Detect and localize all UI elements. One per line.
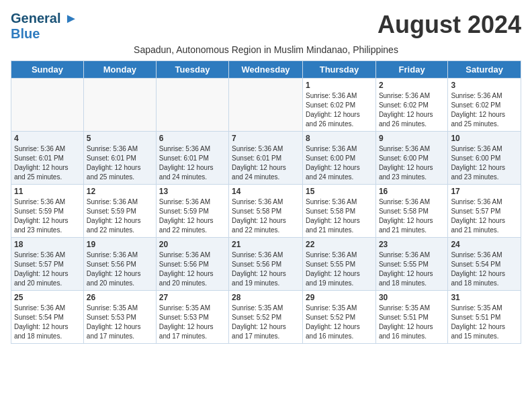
day-number: 16 [379, 187, 445, 196]
calendar-cell: 2Sunrise: 5:36 AM Sunset: 6:02 PM Daylig… [375, 79, 448, 132]
calendar-cell: 7Sunrise: 5:36 AM Sunset: 6:01 PM Daylig… [229, 132, 303, 185]
calendar-week-3: 11Sunrise: 5:36 AM Sunset: 5:59 PM Dayli… [11, 185, 521, 238]
day-info: Sunrise: 5:36 AM Sunset: 5:57 PM Dayligh… [14, 250, 81, 288]
calendar-cell: 8Sunrise: 5:36 AM Sunset: 6:00 PM Daylig… [303, 132, 376, 185]
day-info: Sunrise: 5:36 AM Sunset: 6:01 PM Dayligh… [159, 144, 226, 182]
day-info: Sunrise: 5:36 AM Sunset: 5:56 PM Dayligh… [159, 250, 226, 288]
day-number: 27 [159, 293, 226, 302]
calendar-cell: 25Sunrise: 5:36 AM Sunset: 5:54 PM Dayli… [11, 291, 84, 344]
calendar-week-5: 25Sunrise: 5:36 AM Sunset: 5:54 PM Dayli… [11, 291, 521, 344]
day-number: 8 [306, 134, 373, 143]
calendar-cell: 10Sunrise: 5:36 AM Sunset: 6:00 PM Dayli… [448, 132, 521, 185]
day-number: 24 [451, 240, 518, 249]
day-info: Sunrise: 5:36 AM Sunset: 5:55 PM Dayligh… [306, 250, 373, 288]
page: General ► Blue August 2024 Sapadun, Auto… [0, 0, 532, 355]
calendar: Sunday Monday Tuesday Wednesday Thursday… [11, 60, 521, 344]
day-info: Sunrise: 5:36 AM Sunset: 5:56 PM Dayligh… [87, 250, 153, 288]
calendar-cell [229, 79, 303, 132]
day-number: 3 [451, 81, 518, 90]
day-info: Sunrise: 5:36 AM Sunset: 5:54 PM Dayligh… [451, 250, 518, 288]
calendar-cell: 28Sunrise: 5:35 AM Sunset: 5:52 PM Dayli… [229, 291, 303, 344]
month-title: August 2024 [378, 11, 521, 39]
col-friday: Friday [375, 61, 448, 79]
day-info: Sunrise: 5:36 AM Sunset: 5:58 PM Dayligh… [306, 197, 373, 235]
calendar-cell: 4Sunrise: 5:36 AM Sunset: 6:01 PM Daylig… [11, 132, 84, 185]
day-info: Sunrise: 5:36 AM Sunset: 5:58 PM Dayligh… [379, 197, 445, 235]
calendar-cell: 18Sunrise: 5:36 AM Sunset: 5:57 PM Dayli… [11, 238, 84, 291]
day-info: Sunrise: 5:36 AM Sunset: 6:02 PM Dayligh… [306, 91, 373, 129]
day-number: 5 [87, 134, 153, 143]
calendar-cell: 30Sunrise: 5:35 AM Sunset: 5:51 PM Dayli… [375, 291, 448, 344]
day-number: 31 [451, 293, 518, 302]
day-info: Sunrise: 5:36 AM Sunset: 5:58 PM Dayligh… [232, 197, 300, 235]
col-sunday: Sunday [11, 61, 84, 79]
day-number: 29 [306, 293, 373, 302]
calendar-header-row: Sunday Monday Tuesday Wednesday Thursday… [11, 61, 521, 79]
calendar-cell: 6Sunrise: 5:36 AM Sunset: 6:01 PM Daylig… [156, 132, 228, 185]
day-info: Sunrise: 5:36 AM Sunset: 6:01 PM Dayligh… [87, 144, 153, 182]
logo-blue-text: Blue [11, 26, 40, 42]
header: General ► Blue August 2024 [11, 11, 521, 42]
col-saturday: Saturday [448, 61, 521, 79]
day-info: Sunrise: 5:36 AM Sunset: 6:00 PM Dayligh… [306, 144, 373, 182]
day-info: Sunrise: 5:36 AM Sunset: 5:59 PM Dayligh… [14, 197, 81, 235]
day-info: Sunrise: 5:35 AM Sunset: 5:51 PM Dayligh… [379, 304, 445, 341]
day-number: 17 [451, 187, 518, 196]
day-info: Sunrise: 5:36 AM Sunset: 5:56 PM Dayligh… [232, 250, 300, 288]
day-info: Sunrise: 5:35 AM Sunset: 5:52 PM Dayligh… [306, 304, 373, 341]
calendar-cell: 21Sunrise: 5:36 AM Sunset: 5:56 PM Dayli… [229, 238, 303, 291]
calendar-cell: 1Sunrise: 5:36 AM Sunset: 6:02 PM Daylig… [303, 79, 376, 132]
logo: General ► Blue [11, 11, 78, 42]
calendar-cell: 16Sunrise: 5:36 AM Sunset: 5:58 PM Dayli… [375, 185, 448, 238]
calendar-cell: 24Sunrise: 5:36 AM Sunset: 5:54 PM Dayli… [448, 238, 521, 291]
day-number: 15 [306, 187, 373, 196]
day-number: 4 [14, 134, 81, 143]
day-number: 25 [14, 293, 81, 302]
calendar-cell: 5Sunrise: 5:36 AM Sunset: 6:01 PM Daylig… [83, 132, 156, 185]
col-wednesday: Wednesday [229, 61, 303, 79]
day-info: Sunrise: 5:36 AM Sunset: 5:55 PM Dayligh… [379, 250, 445, 288]
calendar-cell: 15Sunrise: 5:36 AM Sunset: 5:58 PM Dayli… [303, 185, 376, 238]
calendar-week-2: 4Sunrise: 5:36 AM Sunset: 6:01 PM Daylig… [11, 132, 521, 185]
calendar-cell [83, 79, 156, 132]
calendar-cell [156, 79, 228, 132]
calendar-cell: 17Sunrise: 5:36 AM Sunset: 5:57 PM Dayli… [448, 185, 521, 238]
day-number: 23 [379, 240, 445, 249]
day-number: 20 [159, 240, 226, 249]
day-number: 21 [232, 240, 300, 249]
logo-text: General ► [11, 11, 78, 26]
calendar-cell: 3Sunrise: 5:36 AM Sunset: 6:02 PM Daylig… [448, 79, 521, 132]
day-number: 9 [379, 134, 445, 143]
subtitle: Sapadun, Autonomous Region in Muslim Min… [11, 44, 521, 55]
col-monday: Monday [83, 61, 156, 79]
calendar-cell: 29Sunrise: 5:35 AM Sunset: 5:52 PM Dayli… [303, 291, 376, 344]
calendar-cell: 27Sunrise: 5:35 AM Sunset: 5:53 PM Dayli… [156, 291, 228, 344]
day-number: 6 [159, 134, 226, 143]
calendar-cell [11, 79, 84, 132]
calendar-cell: 12Sunrise: 5:36 AM Sunset: 5:59 PM Dayli… [83, 185, 156, 238]
day-info: Sunrise: 5:36 AM Sunset: 5:59 PM Dayligh… [159, 197, 226, 235]
day-info: Sunrise: 5:35 AM Sunset: 5:52 PM Dayligh… [232, 304, 300, 341]
day-number: 18 [14, 240, 81, 249]
day-number: 19 [87, 240, 153, 249]
calendar-cell: 14Sunrise: 5:36 AM Sunset: 5:58 PM Dayli… [229, 185, 303, 238]
day-number: 11 [14, 187, 81, 196]
day-number: 28 [232, 293, 300, 302]
day-number: 10 [451, 134, 518, 143]
day-number: 12 [87, 187, 153, 196]
calendar-week-1: 1Sunrise: 5:36 AM Sunset: 6:02 PM Daylig… [11, 79, 521, 132]
day-info: Sunrise: 5:35 AM Sunset: 5:53 PM Dayligh… [159, 304, 226, 341]
calendar-cell: 19Sunrise: 5:36 AM Sunset: 5:56 PM Dayli… [83, 238, 156, 291]
col-tuesday: Tuesday [156, 61, 228, 79]
calendar-cell: 20Sunrise: 5:36 AM Sunset: 5:56 PM Dayli… [156, 238, 228, 291]
calendar-cell: 9Sunrise: 5:36 AM Sunset: 6:00 PM Daylig… [375, 132, 448, 185]
calendar-cell: 22Sunrise: 5:36 AM Sunset: 5:55 PM Dayli… [303, 238, 376, 291]
day-number: 22 [306, 240, 373, 249]
day-info: Sunrise: 5:36 AM Sunset: 5:54 PM Dayligh… [14, 304, 81, 341]
calendar-cell: 13Sunrise: 5:36 AM Sunset: 5:59 PM Dayli… [156, 185, 228, 238]
day-number: 1 [306, 81, 373, 90]
day-info: Sunrise: 5:35 AM Sunset: 5:53 PM Dayligh… [87, 304, 153, 341]
day-number: 7 [232, 134, 300, 143]
day-number: 26 [87, 293, 153, 302]
day-info: Sunrise: 5:35 AM Sunset: 5:51 PM Dayligh… [451, 304, 518, 341]
